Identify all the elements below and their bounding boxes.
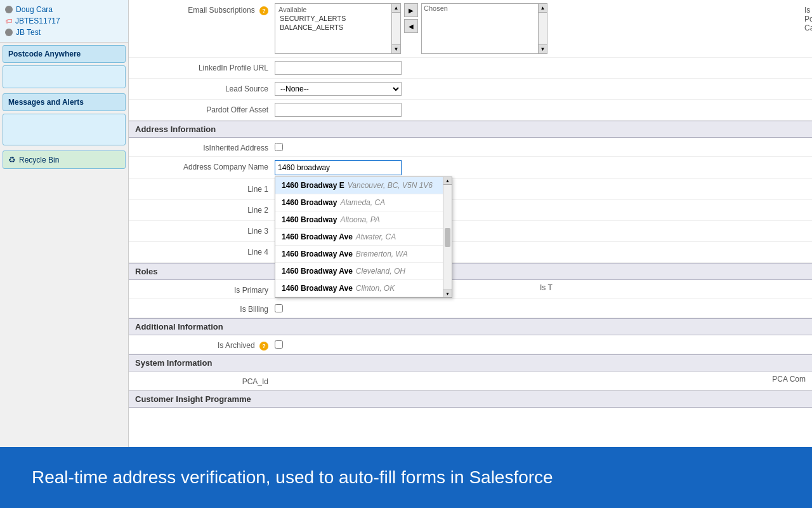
autocomplete-item-2[interactable]: 1460 Broadway Altoona, PA	[275, 211, 452, 229]
subscriptions-container: Available SECURITY_ALERTS BALANCE_ALERTS…	[275, 3, 547, 54]
user-name-jbtes[interactable]: JBTES11717	[15, 17, 60, 25]
pca-id-row: PCA_Id PCA Com	[129, 371, 812, 391]
linkedin-value	[275, 61, 806, 75]
sidebar-item-messages[interactable]: Messages and Alerts	[3, 93, 126, 111]
lead-source-value: --None-- Web Phone Inquiry Partner Refer…	[275, 82, 806, 96]
scroll-up-btn[interactable]: ▲	[392, 4, 400, 13]
recycle-bin-label: Recycle Bin	[19, 156, 59, 164]
sidebar-item-postcode-anywhere[interactable]: Postcode Anywhere	[3, 45, 126, 63]
auto-location-1: Alameda, CA	[340, 198, 385, 207]
line1-label: Line 1	[135, 182, 275, 194]
available-header: Available	[277, 5, 390, 14]
pardot-label: Pardot Offer Asset	[135, 103, 275, 114]
autocomplete-item-5[interactable]: 1460 Broadway Ave Cleveland, OH	[275, 263, 452, 280]
email-info-icon[interactable]: ?	[259, 6, 268, 15]
move-left-button[interactable]: ◀	[404, 19, 418, 33]
person-icon-2	[5, 29, 13, 36]
dropdown-scroll-thumb	[445, 228, 450, 247]
auto-location-2: Altoona, PA	[340, 215, 379, 224]
pardot-row: Pardot Offer Asset	[129, 100, 812, 121]
pardot-value	[275, 103, 806, 117]
is-inherited-checkbox[interactable]	[275, 143, 283, 151]
user-section: Doug Cara 🏷 JBTES11717 JB Test	[0, 0, 128, 43]
scroll-area	[392, 13, 400, 44]
pca-com-label: PCA Com	[518, 375, 806, 384]
user-name-doug: Doug Cara	[16, 5, 53, 14]
banner-text: Real-time address verification, used to …	[32, 467, 553, 487]
chosen-list[interactable]: Chosen	[421, 3, 539, 54]
is-archived-row: Is Archived ?	[129, 335, 812, 354]
autocomplete-item-1[interactable]: 1460 Broadway Alameda, CA	[275, 194, 452, 211]
bottom-banner: Real-time address verification, used to …	[0, 447, 812, 508]
available-scrollbar: ▲ ▼	[392, 3, 401, 54]
line4-row: Line 4	[129, 242, 812, 263]
archived-info-icon[interactable]: ?	[259, 342, 268, 351]
is-billing-value	[275, 302, 806, 312]
is-t-label: Is T	[540, 283, 553, 292]
postcode-widget-area	[3, 65, 126, 88]
chosen-list-container: Chosen ▲ ▼	[421, 3, 547, 54]
lead-source-label: Lead Source	[135, 82, 275, 93]
address-company-input[interactable]	[275, 160, 402, 175]
lead-source-row: Lead Source --None-- Web Phone Inquiry P…	[129, 79, 812, 100]
pca-id-value: PCA Com	[275, 375, 806, 384]
dropdown-scroll-up[interactable]: ▲	[443, 177, 452, 185]
sidebar-item-doug-cara[interactable]: Doug Cara	[5, 4, 123, 15]
auto-location-4: Bremerton, WA	[356, 250, 408, 258]
available-list-container: Available SECURITY_ALERTS BALANCE_ALERTS…	[275, 3, 401, 54]
lead-source-select[interactable]: --None-- Web Phone Inquiry Partner Refer…	[275, 82, 402, 96]
sidebar-item-jbtest[interactable]: JB Test	[5, 27, 123, 38]
is-archived-label: Is Archived ?	[135, 338, 275, 351]
line3-row: Line 3	[129, 221, 812, 242]
linkedin-label: LinkedIn Profile URL	[135, 61, 275, 72]
badge-icon: 🏷	[5, 17, 12, 25]
recycle-icon: ♻	[8, 155, 16, 164]
autocomplete-item-6[interactable]: 1460 Broadway Ave Clinton, OK	[275, 280, 452, 297]
sidebar-item-jbtes[interactable]: 🏷 JBTES11717	[5, 15, 123, 27]
list-item-balance[interactable]: BALANCE_ALERTS	[277, 23, 390, 32]
address-company-label: Address Company Name	[135, 160, 275, 171]
available-list[interactable]: Available SECURITY_ALERTS BALANCE_ALERTS	[275, 3, 392, 54]
linkedin-input[interactable]	[275, 61, 402, 75]
form-area: Email Subscriptions ? Available SECURITY…	[129, 0, 812, 408]
dropdown-scroll-down[interactable]: ▼	[443, 290, 452, 297]
roles-row: Is Primary Is T	[129, 280, 812, 299]
list-item-security[interactable]: SECURITY_ALERTS	[277, 14, 390, 23]
chosen-scroll-down[interactable]: ▼	[539, 44, 547, 53]
is-inherited-label: IsInherited Address	[135, 141, 275, 152]
chosen-header: Chosen	[422, 4, 538, 13]
is-archived-value	[275, 338, 806, 349]
person-icon	[5, 6, 13, 13]
chosen-scroll-up[interactable]: ▲	[539, 4, 547, 13]
auto-location-6: Clinton, OK	[356, 284, 395, 293]
auto-bold-4: 1460 Broadway Ave	[282, 250, 353, 258]
auto-location-5: Cleveland, OH	[356, 267, 405, 276]
is-potential-case-label: Is Potential Case	[551, 3, 812, 32]
pca-id-label: PCA_Id	[135, 375, 275, 386]
auto-bold-1: 1460 Broadway	[282, 198, 337, 207]
autocomplete-item-3[interactable]: 1460 Broadway Ave Atwater, CA	[275, 229, 452, 246]
is-billing-checkbox[interactable]	[275, 304, 283, 312]
is-primary-label: Is Primary	[135, 283, 275, 295]
autocomplete-item-0[interactable]: 1460 Broadway E Vancouver, BC, V5N 1V6 ▲…	[275, 177, 452, 194]
chosen-scrollbar: ▲ ▼	[539, 3, 547, 54]
chosen-scroll-area	[539, 13, 547, 44]
available-scroll-wrap: Available SECURITY_ALERTS BALANCE_ALERTS…	[275, 3, 401, 54]
is-billing-row: Is Billing	[129, 299, 812, 318]
address-company-row: Address Company Name 1460 Broadway E Van…	[129, 157, 812, 179]
scroll-down-btn[interactable]: ▼	[392, 44, 400, 53]
autocomplete-item-4[interactable]: 1460 Broadway Ave Bremerton, WA	[275, 246, 452, 263]
autocomplete-dropdown: 1460 Broadway E Vancouver, BC, V5N 1V6 ▲…	[275, 177, 452, 298]
pardot-input[interactable]	[275, 103, 402, 117]
move-right-button[interactable]: ▶	[404, 3, 418, 17]
is-billing-label: Is Billing	[135, 302, 275, 314]
roles-section-header: Roles	[129, 263, 812, 280]
sidebar-item-recycle-bin[interactable]: ♻ Recycle Bin	[3, 150, 126, 169]
auto-location-3: Atwater, CA	[356, 232, 396, 241]
is-archived-checkbox[interactable]	[275, 340, 283, 349]
dropdown-scrollbar: ▲ ▼	[443, 177, 452, 297]
email-subscriptions-value: Available SECURITY_ALERTS BALANCE_ALERTS…	[275, 3, 812, 54]
messages-content-area	[3, 114, 126, 145]
auto-bold-5: 1460 Broadway Ave	[282, 267, 353, 276]
address-company-value: 1460 Broadway E Vancouver, BC, V5N 1V6 ▲…	[275, 160, 806, 175]
